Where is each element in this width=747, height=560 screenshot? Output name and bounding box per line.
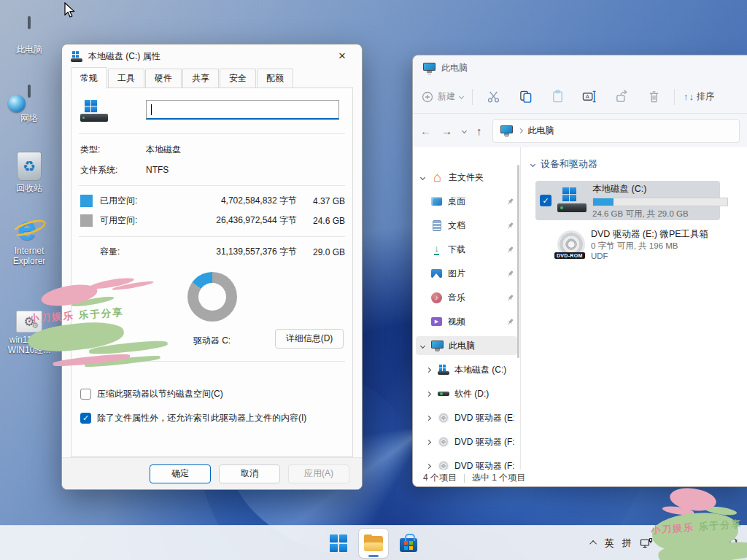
volume-label-input[interactable] [146,100,339,120]
separator [79,185,345,186]
dvd-icon [437,412,449,424]
paste-button[interactable] [546,85,569,109]
tab-quota[interactable]: 配额 [257,69,293,88]
compress-checkbox-label[interactable]: 压缩此驱动器以节约磁盘空间(C) [97,388,223,400]
copy-button[interactable] [514,85,537,109]
desktop-icon-label: 此电脑 [6,44,53,55]
pin-icon [506,198,514,206]
tab-security[interactable]: 安全 [220,69,256,88]
used-space-bytes: 4,702,584,832 字节 [187,195,297,207]
dialog-tabs: 常规 工具 硬件 共享 安全 配额 [62,68,362,88]
desktop-icon-label: 网络 [6,113,53,123]
explorer-titlebar[interactable]: 此电脑 [413,55,747,80]
new-button[interactable]: 新建 [422,90,463,103]
sidebar-item-videos[interactable]: ▶ 视频 [427,312,517,331]
ime-pinyin-indicator[interactable]: 拼 [622,537,632,550]
network-icon[interactable] [640,537,653,549]
recent-locations-chevron[interactable] [462,128,467,133]
tab-sharing[interactable]: 共享 [182,69,219,88]
drive-item-d[interactable]: 软件 (D:) [736,181,747,220]
desktop-folder-icon [430,195,443,207]
filesystem-label: 文件系统: [79,164,146,176]
cancel-button[interactable]: 取消 [219,464,280,483]
explorer-statusbar: 4 个项目 选中 1 个项目 [413,470,747,486]
tray-date: 2022/8/12 [681,543,719,553]
desktop-icon-label: win11恢复WIN10经... [6,335,53,355]
desktop-icon-this-pc[interactable]: 此电脑 [6,10,53,55]
capacity-size: 29.0 GB [297,247,345,257]
sidebar-item-home[interactable]: ⌂ 主文件夹 [416,168,517,187]
sidebar-item-music[interactable]: ♪ 音乐 [427,288,517,307]
separator [79,236,345,237]
ok-button[interactable]: 确定 [150,464,211,483]
ime-english-indicator[interactable]: 英 [605,537,614,550]
sidebar-item-desktop[interactable]: 桌面 [427,192,517,211]
sidebar-item-downloads[interactable]: ↓ 下载 [427,240,517,259]
rename-button[interactable]: A [578,85,601,109]
index-checkbox-label[interactable]: 除了文件属性外，还允许索引此驱动器上文件的内容(I) [97,412,306,424]
sidebar-item-pictures[interactable]: 图片 [427,264,517,283]
pictures-icon [430,268,443,279]
sidebar-item-dvd-e[interactable]: DVD 驱动器 (E:) [422,408,517,427]
sidebar-item-dvd-f[interactable]: DVD 驱动器 (F:) [422,432,517,451]
selected-count: 选中 1 个项目 [472,472,525,484]
plus-circle-icon [422,91,433,103]
delete-button[interactable] [642,85,665,109]
drive-item-c[interactable]: ✓ 本地磁盘 (C:) 24.6 GB 可用, 共 29.0 GB [535,181,720,220]
dvd-icon [437,460,449,470]
breadcrumb[interactable]: 此电脑 [528,125,554,137]
tab-tools[interactable]: 工具 [108,69,144,88]
sidebar-scrollbar[interactable] [517,165,519,358]
details-button[interactable]: 详细信息(D) [275,329,344,349]
tray-time: 14:55 [681,533,719,543]
sidebar-item-drive-c[interactable]: 本地磁盘 (C:) [422,360,517,379]
back-button[interactable]: ← [420,125,431,137]
cut-button[interactable] [481,85,505,109]
tab-hardware[interactable]: 硬件 [145,69,182,88]
desktop-icon-internet-explorer[interactable]: e Internet Explorer [6,211,53,266]
start-button[interactable] [324,529,353,558]
share-button[interactable] [610,85,633,109]
sidebar-item-documents[interactable]: 文档 [427,216,517,235]
tray-overflow-chevron-icon[interactable] [589,540,597,548]
paste-icon [551,90,565,104]
filesystem-value: NTFS [146,165,169,175]
arrow-up-icon: ↑ [684,91,689,102]
item-checkbox[interactable]: ✓ [540,195,551,206]
local-disk-icon [80,100,108,123]
sidebar-item-this-pc[interactable]: 此电脑 [416,336,517,355]
disk-properties-dialog: 本地磁盘 (C:) 属性 × 常规 工具 硬件 共享 安全 配额 类型: 本地磁… [61,44,363,490]
chevron-down-icon [419,174,425,179]
drive-item-dvd-e[interactable]: DVD-ROM DVD 驱动器 (E:) 微PE工具箱 0 字节 可用, 共 1… [535,225,720,264]
tab-general[interactable]: 常规 [71,67,107,89]
sort-button[interactable]: ↑↓ 排序 [684,90,714,103]
drive-filesystem: UDF [591,251,716,261]
index-checkbox[interactable] [80,413,91,424]
sidebar-item-dvd-partial[interactable]: DVD 驱动器 (F:) [422,456,517,470]
taskbar-file-explorer-button[interactable] [359,529,388,558]
chevron-right-icon [425,463,430,468]
dvd-icon: DVD-ROM [557,230,585,258]
text-caret [151,104,152,115]
disk-usage-fill [593,198,614,206]
taskbar-clock[interactable]: 14:55 2022/8/12 [681,533,719,553]
up-button[interactable]: ↑ [476,125,482,137]
address-bar[interactable]: 此电脑 [492,119,740,143]
close-icon[interactable]: × [330,47,355,65]
drive-item-dvd-f[interactable]: DVD-ROM DVD 驱动器 (F:) [736,225,747,264]
forward-button[interactable]: → [441,125,452,137]
pin-icon [506,222,514,230]
desktop-icon-recycle-bin[interactable]: ♻ 回收站 [6,149,53,193]
section-devices-and-drives[interactable]: 设备和驱动器 [531,158,597,171]
desktop-icon-win11-restore[interactable]: ⚙⚙ win11恢复WIN10经... [6,300,53,355]
pin-icon [506,246,514,254]
sidebar-item-drive-d[interactable]: 软件 (D:) [422,384,517,403]
apply-button[interactable]: 应用(A) [288,464,349,483]
volume-icon[interactable] [661,537,673,548]
notification-bell-icon[interactable]: z [727,537,740,550]
pin-icon [506,318,514,326]
compress-checkbox[interactable] [80,389,91,400]
dialog-titlebar[interactable]: 本地磁盘 (C:) 属性 × [62,44,362,68]
taskbar-store-button[interactable] [394,529,423,558]
desktop-icon-network[interactable]: 网络 [6,79,53,123]
